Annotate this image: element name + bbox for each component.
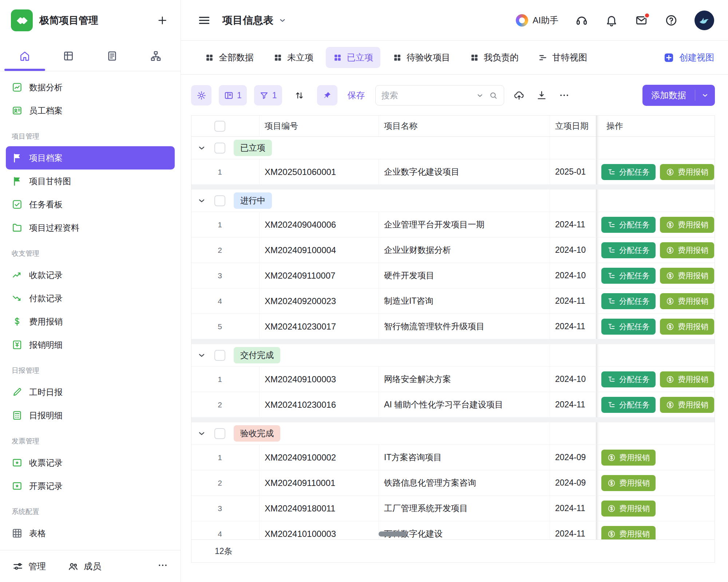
sidebar-tab-home[interactable] [3,41,47,71]
project-date-cell[interactable]: 2024-09 [550,470,596,495]
project-code-cell[interactable]: XM202409180011 [260,496,379,521]
project-date-cell[interactable]: 2024-11 [550,496,596,521]
view-settings-button[interactable] [191,85,211,105]
project-name-cell[interactable]: IT方案咨询项目 [379,445,550,470]
sidebar-item-reimburse-detail[interactable]: 报销明细 [6,333,175,356]
headset-button[interactable] [575,14,588,27]
table-row[interactable]: 5XM202410230017智行物流管理软件升级项目2024-11分配任务费用… [191,314,715,339]
avatar[interactable] [695,11,714,30]
project-name-cell[interactable]: 智行物流管理软件升级项目 [379,314,550,339]
view-tab-5[interactable]: 甘特视图 [531,47,594,68]
project-code-cell[interactable]: XM202409100003 [260,367,379,392]
expense-reimburse-button[interactable]: 费用报销 [601,475,656,491]
sidebar-item-project-process-docs[interactable]: 项目过程资料 [6,216,175,239]
project-name-cell[interactable]: 企业管理平台开发项目一期 [379,212,550,237]
project-name-cell[interactable]: 企业数字化建设项目 [379,159,550,184]
members-button[interactable]: 成员 [68,561,101,572]
sidebar-item-data-analysis[interactable]: 数据分析 [6,76,175,99]
table-row[interactable]: 3XM202409180011工厂管理系统开发项目2024-11费用报销 [191,496,715,521]
collapse-group-button[interactable] [191,143,212,153]
sidebar-item-daily-detail[interactable]: 日报明细 [6,404,175,427]
sidebar-item-employee-archive[interactable]: 员工档案 [6,99,175,122]
project-code-cell[interactable]: XM202409110007 [260,263,379,288]
chevron-down-icon[interactable] [475,91,484,100]
add-data-button[interactable]: 添加数据 [642,85,715,106]
expense-reimburse-button[interactable]: 费用报销 [601,450,656,466]
view-tab-1[interactable]: 未立项 [266,47,321,68]
column-header-date[interactable]: 立项日期 [550,116,596,136]
ai-assistant-button[interactable]: AI助手 [516,14,558,27]
project-date-cell[interactable]: 2024-11 [550,288,596,314]
column-header-code[interactable]: 项目编号 [260,116,379,136]
sidebar-item-payment-records[interactable]: 付款记录 [6,287,175,310]
sidebar-item-worktime-daily[interactable]: 工时日报 [6,380,175,404]
table-row[interactable]: 3XM202409110007硬件开发项目2024-10分配任务费用报销 [191,263,715,288]
view-tab-0[interactable]: 全部数据 [198,47,261,68]
table-row[interactable]: 1XM202409100003网络安全解决方案2024-10分配任务费用报销 [191,367,715,392]
assign-task-button[interactable]: 分配任务 [601,217,656,233]
project-code-cell[interactable]: XM202501060001 [260,159,379,184]
project-code-cell[interactable]: XM202409040006 [260,212,379,237]
project-name-cell[interactable]: 硬件开发项目 [379,263,550,288]
project-date-cell[interactable]: 2024-11 [550,392,596,417]
project-name-cell[interactable]: 铁路信息化管理方案咨询 [379,470,550,495]
assign-task-button[interactable]: 分配任务 [601,397,656,413]
expense-reimburse-button[interactable]: 费用报销 [601,501,656,517]
assign-task-button[interactable]: 分配任务 [601,293,656,309]
assign-task-button[interactable]: 分配任务 [601,371,656,387]
search-icon[interactable] [489,91,498,100]
project-name-cell[interactable]: 工厂管理系统开发项目 [379,496,550,521]
project-name-cell[interactable]: 企业业财数据分析 [379,238,550,263]
save-button[interactable]: 保存 [348,89,365,101]
project-date-cell[interactable]: 2024-09 [550,445,596,470]
expense-reimburse-button[interactable]: 费用报销 [660,371,714,387]
collapse-sidebar-button[interactable] [198,14,211,27]
table-row[interactable]: 2XM202410230016AI 辅助个性化学习平台建设项目2024-11分配… [191,392,715,418]
assign-task-button[interactable]: 分配任务 [601,319,656,335]
assign-task-button[interactable]: 分配任务 [601,268,656,284]
group-checkbox[interactable] [214,428,225,439]
add-workspace-button[interactable] [155,13,170,28]
sidebar-item-collection-records[interactable]: 收款记录 [6,263,175,287]
select-all-checkbox[interactable] [214,121,225,132]
view-tab-3[interactable]: 待验收项目 [385,47,458,68]
sidebar-item-task-kanban[interactable]: 任务看板 [6,193,175,216]
expense-reimburse-button[interactable]: 费用报销 [660,242,714,258]
table-row[interactable]: 1XM202501060001企业数字化建设项目2025-01分配任务费用报销 [191,159,715,185]
sidebar-tab-doc[interactable] [90,41,134,71]
table-row[interactable]: 2XM202409100004企业业财数据分析2024-10分配任务费用报销 [191,238,715,263]
project-name-cell[interactable]: 网络安全解决方案 [379,367,550,392]
sidebar-item-project-gantt[interactable]: 项目甘特图 [6,170,175,193]
download-button[interactable] [534,88,549,103]
group-checkbox[interactable] [214,350,225,361]
project-date-cell[interactable]: 2024-10 [550,367,596,392]
project-date-cell[interactable]: 2024-10 [550,263,596,288]
column-header-name[interactable]: 项目名称 [379,116,550,136]
expense-reimburse-button[interactable]: 费用报销 [660,293,714,309]
table-row[interactable]: 4XM202409200023制造业IT咨询2024-11分配任务费用报销 [191,288,715,314]
expense-reimburse-button[interactable]: 费用报销 [660,319,714,335]
project-code-cell[interactable]: XM202409110001 [260,470,379,495]
mail-button[interactable] [635,14,648,27]
project-code-cell[interactable]: XM202410230017 [260,314,379,339]
project-code-cell[interactable]: XM202409200023 [260,288,379,314]
table-row[interactable]: 1XM202409040006企业管理平台开发项目一期2024-11分配任务费用… [191,212,715,238]
project-name-cell[interactable]: 万科数字化建设 [379,521,550,539]
create-view-button[interactable]: 创建视图 [663,52,714,63]
expense-reimburse-button[interactable]: 费用报销 [601,526,656,540]
project-code-cell[interactable]: XM202410100003 [260,521,379,539]
project-code-cell[interactable]: XM202409100004 [260,238,379,263]
table-row[interactable]: 4XM202410100003万科数字化建设2024-11费用报销 [191,521,715,539]
help-button[interactable] [665,14,678,27]
expense-reimburse-button[interactable]: 费用报销 [660,217,714,233]
collapse-group-button[interactable] [191,429,212,438]
project-date-cell[interactable]: 2024-11 [550,521,596,539]
project-date-cell[interactable]: 2024-10 [550,238,596,263]
field-config-button[interactable]: 1 [219,85,247,105]
table-row[interactable]: 1XM202409100002IT方案咨询项目2024-09费用报销 [191,445,715,470]
sidebar-tab-flow[interactable] [134,41,178,71]
view-title-dropdown[interactable]: 项目信息表 [222,13,287,27]
table-row[interactable]: 2XM202409110001铁路信息化管理方案咨询2024-09费用报销 [191,470,715,496]
view-tab-4[interactable]: 我负责的 [463,47,526,68]
project-name-cell[interactable]: AI 辅助个性化学习平台建设项目 [379,392,550,417]
